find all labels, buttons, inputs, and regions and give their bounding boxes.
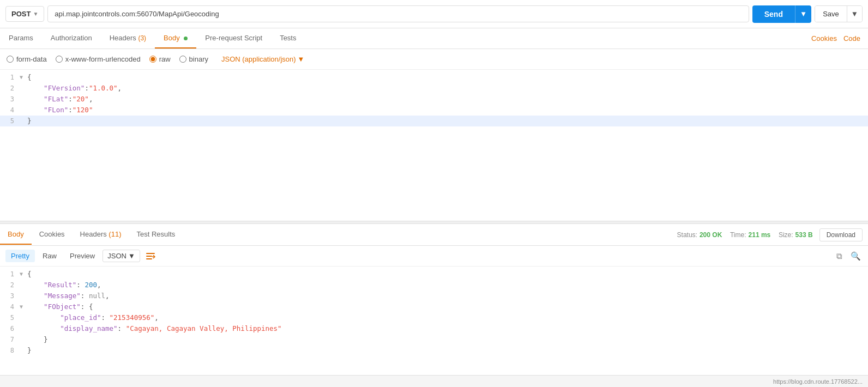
format-bar-right: ⧉ 🔍 (832, 249, 863, 263)
save-button-group: Save ▼ (815, 5, 863, 22)
request-code-lines: 1 ▼ { 2 "FVersion":"1.0.0", 3 "FLat":"20… (0, 70, 868, 129)
send-button-group: Send ▼ (752, 5, 811, 23)
response-headers-badge: (11) (108, 230, 121, 238)
status-code: 200 OK (700, 231, 722, 239)
svg-rect-0 (146, 253, 155, 254)
save-button[interactable]: Save (815, 6, 847, 22)
send-button[interactable]: Send (752, 5, 795, 23)
method-select[interactable]: POST ▼ (5, 6, 44, 22)
response-tab-headers[interactable]: Headers (11) (73, 225, 129, 245)
save-dropdown-button[interactable]: ▼ (847, 6, 862, 22)
response-tab-body[interactable]: Body (0, 225, 32, 245)
tab-pre-request[interactable]: Pre-request Script (196, 28, 271, 49)
json-format-select[interactable]: JSON ▼ (103, 250, 140, 262)
resp-line-6: 6 "display_name": "Cagayan, Cagayan Vall… (0, 323, 868, 334)
response-status-bar: Status: 200 OK Time: 211 ms Size: 533 B … (677, 228, 868, 241)
body-dot (184, 37, 188, 40)
req-line-2: 2 "FVersion":"1.0.0", (0, 83, 868, 94)
download-button[interactable]: Download (819, 228, 863, 241)
json-type-select[interactable]: JSON (application/json) ▼ (221, 55, 304, 63)
response-tab-test-results[interactable]: Test Results (129, 225, 183, 245)
req-line-3: 3 "FLat":"20", (0, 94, 868, 105)
search-icon[interactable]: 🔍 (848, 249, 863, 263)
copy-icon[interactable]: ⧉ (832, 249, 846, 263)
resp-line-4: 4 ▼ "FObject": { (0, 301, 868, 312)
tab-tests[interactable]: Tests (271, 28, 305, 49)
json-chevron-icon: ▼ (298, 55, 305, 63)
top-bar: POST ▼ Send ▼ Save ▼ (0, 0, 868, 28)
tab-authorization[interactable]: Authorization (42, 28, 101, 49)
resp-line-7: 7 } (0, 334, 868, 345)
req-line-5: 5 } (0, 116, 868, 126)
tab-bar-right: Cookies Code (811, 29, 868, 48)
status-url: https://blog.cdn.route.17768522... (773, 378, 863, 385)
json-format-label: JSON (107, 252, 126, 260)
format-raw[interactable]: Raw (37, 250, 62, 262)
method-label: POST (11, 10, 31, 18)
request-editor[interactable]: 1 ▼ { 2 "FVersion":"1.0.0", 3 "FLat":"20… (0, 70, 868, 221)
size-label: Size: (779, 231, 793, 239)
resp-line-8: 8 } (0, 345, 868, 356)
response-tab-bar: Body Cookies Headers (11) Test Results S… (0, 224, 868, 246)
x-www-option[interactable]: x-www-form-urlencoded (56, 55, 141, 63)
req-line-1: 1 ▼ { (0, 72, 868, 83)
binary-option[interactable]: binary (179, 55, 208, 63)
response-tab-cookies[interactable]: Cookies (32, 225, 73, 245)
tab-body[interactable]: Body (155, 28, 196, 49)
response-size: 533 B (795, 231, 813, 239)
resp-line-3: 3 "Message": null, (0, 291, 868, 301)
response-time: 211 ms (749, 231, 771, 239)
svg-rect-1 (146, 256, 152, 257)
status-label: Status: (677, 231, 697, 239)
request-tab-bar: Params Authorization Headers (3) Body Pr… (0, 28, 868, 49)
response-editor[interactable]: 1 ▼ { 2 "Result": 200, 3 "Message": null… (0, 267, 868, 375)
tab-headers[interactable]: Headers (3) (101, 28, 155, 49)
resp-line-2: 2 "Result": 200, (0, 280, 868, 291)
tab-params[interactable]: Params (0, 28, 42, 49)
form-data-option[interactable]: form-data (7, 55, 47, 63)
svg-rect-2 (146, 258, 152, 259)
format-preview[interactable]: Preview (64, 250, 100, 262)
send-dropdown-button[interactable]: ▼ (795, 5, 811, 23)
json-format-chevron-icon: ▼ (128, 252, 135, 260)
wrap-icon[interactable] (144, 250, 156, 262)
cookies-link[interactable]: Cookies (811, 29, 837, 48)
body-options: form-data x-www-form-urlencoded raw bina… (0, 49, 868, 70)
response-code-lines: 1 ▼ { 2 "Result": 200, 3 "Message": null… (0, 267, 868, 358)
raw-option[interactable]: raw (149, 55, 171, 63)
response-section: Body Cookies Headers (11) Test Results S… (0, 224, 868, 375)
resp-line-1: 1 ▼ { (0, 269, 868, 280)
headers-badge: (3) (138, 34, 146, 42)
code-link[interactable]: Code (841, 29, 863, 48)
format-pretty[interactable]: Pretty (5, 250, 35, 262)
status-bottom-bar: https://blog.cdn.route.17768522... (0, 375, 868, 387)
method-chevron-icon: ▼ (33, 11, 38, 17)
format-bar: Pretty Raw Preview JSON ▼ ⧉ 🔍 (0, 246, 868, 267)
resp-line-5: 5 "place_id": "215340956", (0, 312, 868, 323)
req-line-4: 4 "FLon":"120" (0, 105, 868, 116)
url-input[interactable] (47, 5, 749, 22)
time-label: Time: (730, 231, 746, 239)
